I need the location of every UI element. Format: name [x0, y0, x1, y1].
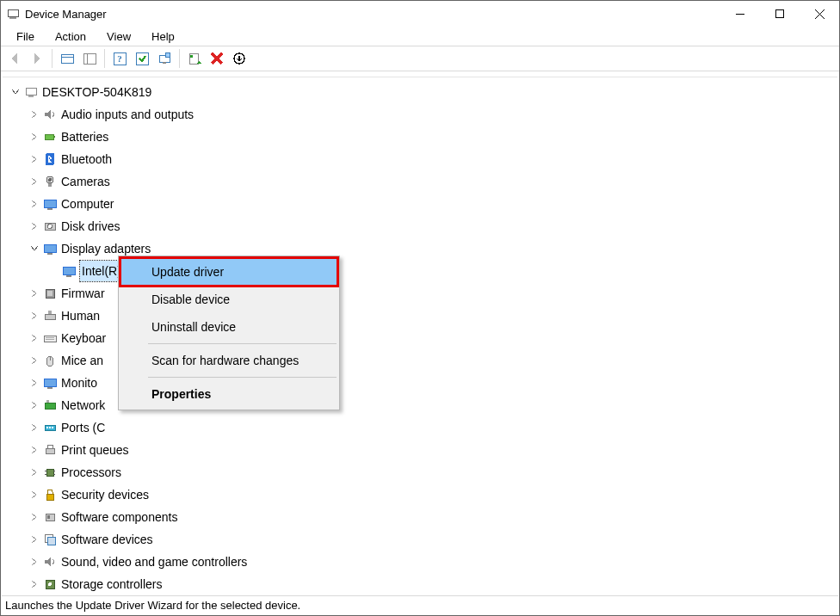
context-menu-properties[interactable]: Properties [120, 380, 337, 408]
svg-rect-17 [190, 55, 193, 58]
tree-item-label: Disk drives [61, 216, 120, 237]
tree-item-label: Computer [61, 194, 114, 214]
svg-rect-39 [45, 314, 55, 319]
tree-item-label: Audio inputs and outputs [61, 104, 194, 125]
svg-rect-63 [47, 515, 50, 519]
menu-file[interactable]: File [8, 28, 43, 45]
context-menu-separator [148, 343, 337, 344]
help-button[interactable]: ? [109, 48, 130, 69]
close-button[interactable] [800, 1, 839, 27]
tree-item-label: Batteries [61, 126, 108, 147]
context-menu-uninstall-device[interactable]: Uninstall device [120, 313, 337, 341]
svg-rect-6 [61, 54, 73, 63]
minimize-button[interactable] [720, 1, 760, 27]
app-icon [6, 7, 20, 21]
tree-item-label: Storage controllers [61, 574, 163, 594]
chevron-right-icon[interactable] [28, 354, 40, 367]
chevron-right-icon[interactable] [28, 377, 40, 389]
context-menu-item-label: Update driver [151, 265, 224, 279]
window-controls [720, 1, 839, 27]
svg-rect-24 [53, 136, 55, 138]
svg-point-32 [48, 225, 52, 229]
chevron-right-icon[interactable] [28, 466, 40, 478]
tree-item-disk[interactable]: Disk drives [9, 215, 837, 237]
tree-item-bluetooth[interactable]: Bluetooth [9, 148, 837, 170]
menu-action[interactable]: Action [46, 28, 95, 45]
tree-item-label: Software components [61, 507, 177, 527]
chevron-right-icon[interactable] [28, 556, 40, 568]
chevron-right-icon[interactable] [28, 153, 40, 165]
forward-button[interactable] [27, 48, 47, 69]
tree-item-ports[interactable]: Ports (C [9, 416, 837, 439]
tree-item-security[interactable]: Security devices [9, 484, 837, 506]
tree-item-batteries[interactable]: Batteries [9, 126, 837, 148]
tree-item-software-components[interactable]: Software components [9, 506, 837, 528]
svg-rect-55 [47, 445, 52, 448]
chevron-right-icon[interactable] [28, 220, 40, 232]
context-menu-item-label: Uninstall device [151, 320, 236, 334]
uninstall-button[interactable] [207, 48, 227, 69]
tree-item-printqueues[interactable]: Print queues [9, 439, 837, 461]
menu-view[interactable]: View [98, 28, 139, 45]
tree-item-label: Processors [61, 462, 121, 483]
software-icon [42, 532, 58, 547]
tree-root[interactable]: DESKTOP-504K819 [9, 81, 837, 103]
properties-button[interactable] [132, 48, 152, 69]
svg-point-53 [52, 427, 53, 428]
svg-rect-34 [47, 253, 52, 255]
chevron-right-icon[interactable] [28, 444, 40, 456]
svg-rect-21 [26, 88, 36, 95]
menu-help[interactable]: Help [143, 28, 183, 45]
hid-icon [42, 308, 58, 323]
display-icon [42, 241, 58, 256]
processor-icon [42, 465, 58, 480]
status-bar: Launches the Update Driver Wizard for th… [2, 595, 838, 614]
tree-item-software-devices[interactable]: Software devices [9, 528, 837, 551]
tree-item-sound[interactable]: Sound, video and game controllers [9, 551, 837, 573]
tree-root-label: DESKTOP-504K819 [42, 82, 151, 102]
tree-view-button[interactable] [79, 48, 100, 69]
chevron-right-icon[interactable] [28, 422, 40, 434]
chevron-right-icon[interactable] [28, 131, 40, 143]
chevron-right-icon[interactable] [28, 511, 40, 523]
tree-item-computer[interactable]: Computer [9, 193, 837, 215]
scan-hardware-button[interactable] [154, 48, 175, 69]
chevron-right-icon[interactable] [28, 578, 40, 590]
context-menu-disable-device[interactable]: Disable device [120, 286, 337, 313]
network-icon [42, 397, 58, 413]
chevron-down-icon[interactable] [9, 86, 22, 98]
security-icon [42, 487, 58, 502]
context-menu-separator [148, 377, 337, 378]
chevron-right-icon[interactable] [28, 198, 40, 210]
chevron-right-icon[interactable] [28, 399, 40, 411]
show-hidden-button[interactable] [57, 48, 77, 69]
tree-item-processors[interactable]: Processors [9, 461, 837, 484]
camera-icon [42, 174, 58, 189]
maximize-button[interactable] [760, 1, 800, 27]
update-driver-button[interactable] [184, 48, 205, 69]
chevron-right-icon[interactable] [28, 489, 40, 501]
chevron-right-icon[interactable] [28, 287, 40, 299]
context-menu-scan-hardware[interactable]: Scan for hardware changes [120, 347, 337, 374]
chevron-right-icon[interactable] [28, 176, 40, 188]
chevron-right-icon[interactable] [28, 108, 40, 120]
svg-rect-14 [163, 62, 166, 64]
chevron-right-icon[interactable] [28, 332, 40, 344]
keyboard-icon [42, 330, 58, 346]
tree-item-audio[interactable]: Audio inputs and outputs [9, 103, 837, 126]
mouse-icon [42, 353, 58, 368]
tree-item-storage[interactable]: Storage controllers [9, 573, 837, 594]
chevron-right-icon[interactable] [28, 533, 40, 545]
chevron-down-icon[interactable] [28, 243, 40, 255]
context-menu-update-driver[interactable]: Update driver [120, 258, 337, 286]
back-button[interactable] [4, 48, 25, 69]
tree-item-label: Ports (C [61, 417, 105, 438]
svg-rect-35 [63, 267, 75, 274]
svg-point-15 [165, 52, 170, 58]
tree-item-cameras[interactable]: Cameras [9, 170, 837, 193]
chevron-right-icon[interactable] [28, 310, 40, 322]
svg-rect-23 [45, 134, 53, 139]
disable-button[interactable] [229, 48, 250, 69]
expander-spacer [47, 265, 59, 277]
svg-rect-61 [46, 494, 53, 500]
